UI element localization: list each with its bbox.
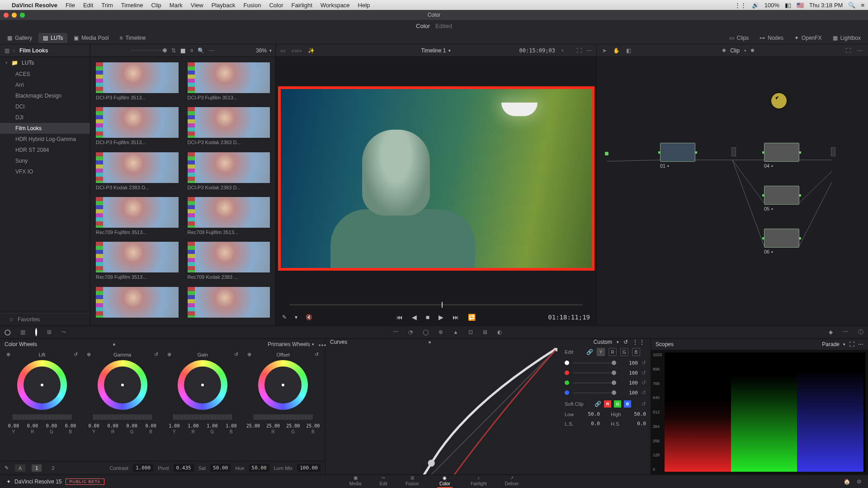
sizing-icon[interactable]: ⊞ xyxy=(483,329,487,335)
flag-icon[interactable]: 🇺🇸 xyxy=(797,2,804,9)
link-icon[interactable]: 🔗 xyxy=(594,401,601,407)
menu-view[interactable]: View xyxy=(191,2,203,9)
menu-timeline[interactable]: Timeline xyxy=(121,2,143,9)
tab-timeline[interactable]: ≡Timeline xyxy=(115,33,150,43)
reset-icon[interactable]: ↺ xyxy=(642,370,646,376)
softclip-B[interactable]: B xyxy=(624,400,631,408)
tracker-icon[interactable]: ⊕ xyxy=(439,329,443,335)
home-icon[interactable]: 🏠 xyxy=(844,479,850,485)
menu-edit[interactable]: Edit xyxy=(83,2,93,9)
stop-icon[interactable]: ■ xyxy=(426,314,429,321)
stereo-icon[interactable]: ◐ xyxy=(497,329,502,335)
node-editor[interactable]: ➤ ✋ ◧ Clip ▾ ⛶ ⋯ 01▪04▪05▪06▪ xyxy=(597,44,868,325)
back-icon[interactable]: ‹ xyxy=(13,47,15,54)
lut-item[interactable]: Rec709 Fujifilm 3513... xyxy=(96,197,179,235)
menu-mark[interactable]: Mark xyxy=(170,2,183,9)
viewer-single-icon[interactable]: ▭ xyxy=(280,47,285,54)
menu-workspace[interactable]: Workspace xyxy=(321,2,350,9)
expand-icon[interactable]: ⛶ xyxy=(576,47,582,54)
rgb-mixer-icon[interactable]: ⊞ xyxy=(47,329,52,335)
intensity-slider[interactable] xyxy=(573,382,616,384)
curves-icon[interactable]: 〰 xyxy=(393,329,398,335)
intensity-slider[interactable] xyxy=(573,372,616,374)
menu-fairlight[interactable]: Fairlight xyxy=(292,2,312,9)
node-01[interactable]: 01▪ xyxy=(660,143,695,169)
expand-icon[interactable]: ⛶ xyxy=(849,341,854,347)
bars-tool-icon[interactable]: ▥ xyxy=(20,329,25,335)
intensity-slider[interactable] xyxy=(573,362,616,364)
lut-item[interactable]: DCI-P3 Fujifilm 3513... xyxy=(96,62,179,101)
more-icon[interactable]: ⋯ xyxy=(586,47,592,54)
bw-toggle-icon[interactable]: ⊕ xyxy=(87,352,91,357)
page-1[interactable]: 1 xyxy=(32,465,42,472)
more-icon[interactable]: ⋯ xyxy=(858,341,863,347)
tab-luts[interactable]: ▤LUTs xyxy=(38,33,67,43)
lut-item[interactable]: Rec709 Fujifilm 3513... xyxy=(188,197,270,235)
viewer-scrubber[interactable] xyxy=(276,300,596,309)
lut-item[interactable] xyxy=(96,287,179,320)
menu-trim[interactable]: Trim xyxy=(101,2,113,9)
sidebar-item[interactable]: HDR ST 2084 xyxy=(0,145,90,155)
step-back-icon[interactable]: ◀ xyxy=(412,314,417,321)
tab-lightbox[interactable]: ▦Lightbox xyxy=(828,33,865,43)
pointer-icon[interactable]: ➤ xyxy=(602,47,607,54)
menu-color[interactable]: Color xyxy=(269,2,283,9)
app-name[interactable]: DaVinci Resolve xyxy=(12,2,57,9)
viewer-frame[interactable] xyxy=(278,86,594,271)
sidebar-item[interactable]: Arri xyxy=(0,80,90,90)
status-wifi-icon[interactable]: ⋮⋮ xyxy=(735,2,746,9)
reset-icon[interactable]: ↺ xyxy=(623,339,628,345)
sidebar-item[interactable]: Blackmagic Design xyxy=(0,90,90,101)
viewer-magic-icon[interactable]: ✨ xyxy=(308,47,315,54)
node-05[interactable]: 05▪ xyxy=(764,186,799,211)
tab-gallery[interactable]: ▦Gallery xyxy=(3,33,37,43)
sidebar-item[interactable]: Sony xyxy=(0,155,90,166)
color-swatch-icon[interactable]: ◧ xyxy=(626,47,631,54)
lut-item[interactable]: Rec709 Fujifilm 3513... xyxy=(96,242,179,280)
menu-fusion[interactable]: Fusion xyxy=(243,2,261,9)
lut-item[interactable]: DCI-P3 Fujifilm 3513... xyxy=(188,62,270,101)
sidebar-item[interactable]: ACES xyxy=(0,69,90,80)
page-fusion[interactable]: ⊞Fusion xyxy=(406,475,419,488)
node-mode[interactable]: Clip xyxy=(730,47,740,54)
record-icon[interactable] xyxy=(35,328,37,336)
link-icon[interactable]: 🔗 xyxy=(586,349,593,355)
lut-item[interactable]: DCI-P3 Kodak 2383 D... xyxy=(96,152,179,191)
list-view-icon[interactable]: ≡ xyxy=(190,47,193,54)
search-icon[interactable]: 🔍 xyxy=(848,2,855,9)
reset-icon[interactable]: ↺ xyxy=(315,352,319,357)
sidebar-item[interactable]: Film Looks xyxy=(0,123,90,134)
grid-view-icon[interactable]: ▦ xyxy=(180,47,185,54)
reset-icon[interactable]: ↺ xyxy=(154,352,158,357)
lut-item[interactable]: DCI-P3 Kodak 2383 D... xyxy=(188,107,270,145)
go-last-icon[interactable]: ⏭ xyxy=(453,314,459,321)
panel-toggle-icon[interactable]: ▥ xyxy=(5,47,9,54)
more-icon[interactable]: ⋯ xyxy=(209,47,214,54)
reset-icon[interactable]: ↺ xyxy=(642,380,646,386)
thumb-size-slider[interactable] xyxy=(131,50,167,51)
tab-nodes[interactable]: ⊶Nodes xyxy=(755,33,788,43)
channel-Y[interactable]: Y xyxy=(597,348,605,356)
sidebar-item[interactable]: VFX IO xyxy=(0,166,90,177)
tab-media-pool[interactable]: ▣Media Pool xyxy=(69,33,113,43)
picker-icon[interactable]: ✎ xyxy=(282,314,287,320)
reset-icon[interactable]: ↺ xyxy=(642,360,646,366)
close-icon[interactable] xyxy=(4,13,9,18)
minimize-icon[interactable] xyxy=(12,13,17,18)
play-icon[interactable]: ▶ xyxy=(439,314,443,321)
node-mixer[interactable] xyxy=(831,147,835,156)
node-04[interactable]: 04▪ xyxy=(764,143,799,169)
clock[interactable]: Thu 3:18 PM xyxy=(809,2,843,9)
auto-icon[interactable]: ✎ xyxy=(5,465,9,471)
reset-icon[interactable]: ↺ xyxy=(642,401,646,407)
zoom-icon[interactable] xyxy=(20,13,25,18)
blur-icon[interactable]: ▲ xyxy=(453,329,458,335)
page-media[interactable]: ▣Media xyxy=(349,475,361,488)
wheels-mode[interactable]: Primaries Wheels ▾ xyxy=(268,341,314,347)
node-mixer[interactable] xyxy=(731,147,736,156)
scope-mode[interactable]: Parade xyxy=(822,341,840,347)
lut-item[interactable]: DCI-P3 Fujifilm 3513... xyxy=(96,107,179,145)
page-fairlight[interactable]: ♪Fairlight xyxy=(471,475,487,488)
wheels-tool-icon[interactable]: ◯ xyxy=(5,329,10,335)
color-wheel-offset[interactable]: ⊕Offset↺25.0025.00R25.00G25.00B xyxy=(245,352,321,459)
